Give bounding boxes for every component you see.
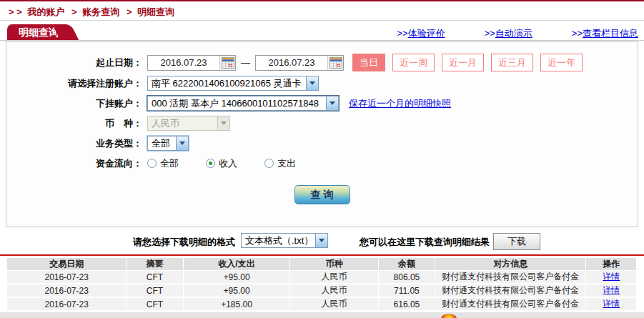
- breadcrumb-item-detail-query[interactable]: 明细查询: [137, 6, 174, 17]
- start-date-input[interactable]: 2016.07.23: [147, 55, 236, 71]
- radio-icon[interactable]: [147, 159, 157, 168]
- calendar-icon[interactable]: [219, 56, 235, 70]
- table-row: 2016-07-23 CFT +95.00 人民币 806.05 财付通支付科技…: [7, 271, 637, 284]
- chevron-down-icon[interactable]: [176, 136, 188, 150]
- end-date-value[interactable]: 2016.07.23: [256, 57, 327, 68]
- cell-currency: 人民币: [290, 284, 378, 298]
- col-header-action: 操作: [586, 258, 637, 271]
- query-button[interactable]: 查 询: [294, 185, 350, 204]
- quick-range-month-button[interactable]: 近一月: [442, 54, 484, 71]
- col-header-summary: 摘要: [127, 258, 183, 271]
- top-red-line: [0, 0, 644, 1]
- cell-amount: +95.00: [184, 271, 291, 284]
- date-range-dash: —: [241, 57, 250, 68]
- download-format-label: 请您选择下载明细的格式: [133, 236, 235, 249]
- cell-amount: +185.00: [184, 298, 291, 312]
- col-header-counterparty: 对方信息: [435, 258, 586, 271]
- table-header-row: 交易日期 摘要 收入/支出 币种 余额 对方信息 操作: [7, 258, 637, 271]
- cell-balance: 806.05: [379, 271, 435, 284]
- download-button[interactable]: 下载: [493, 233, 540, 250]
- flow-radio-income[interactable]: 收入: [206, 157, 237, 170]
- cell-counterparty: 财付通支付科技有限公司客户备付金: [435, 298, 586, 312]
- cell-date: 2016-07-23: [7, 284, 127, 298]
- breadcrumb-item-account-query[interactable]: 账务查询: [82, 6, 119, 17]
- table-top-red-line: [0, 254, 644, 256]
- download-hint: 您可以在这里下载查询明细结果: [360, 236, 490, 249]
- save-snapshot-link[interactable]: 保存近一个月的明细快照: [349, 97, 451, 110]
- radio-icon[interactable]: [206, 159, 215, 168]
- business-type-value: 全部: [148, 137, 176, 150]
- cell-amount: +95.00: [184, 284, 291, 298]
- breadcrumb-separator: >: [127, 6, 132, 17]
- calendar-icon[interactable]: [327, 56, 343, 70]
- currency-label: 币 种：: [6, 117, 142, 130]
- quick-range-week-button[interactable]: 近一周: [392, 54, 435, 71]
- chevron-down-icon[interactable]: [326, 96, 338, 110]
- cell-date: 2016-07-23: [7, 271, 127, 284]
- currency-select: 人民币: [147, 116, 230, 131]
- detail-link[interactable]: 详情: [603, 299, 620, 309]
- date-range-row: 起止日期： 2016.07.23: [6, 54, 638, 71]
- detail-query-page: > > 我的账户 > 账务查询 > 明细查询 明细查询 >>体验评价 >>自动演…: [0, 0, 644, 318]
- cell-date: 2016-07-23: [7, 298, 127, 312]
- detail-link[interactable]: 详情: [603, 272, 620, 282]
- end-date-input[interactable]: 2016.07.23: [255, 55, 344, 71]
- business-type-select[interactable]: 全部: [147, 136, 189, 151]
- quick-range-year-button[interactable]: 近一年: [540, 54, 583, 71]
- start-date-value[interactable]: 2016.07.23: [148, 57, 219, 68]
- breadcrumb-separator: >: [71, 6, 77, 17]
- breadcrumb-prefix: > >: [9, 6, 22, 17]
- fund-flow-row: 资金流向： 全部 收入 支出: [6, 155, 638, 172]
- col-header-balance: 余额: [379, 258, 435, 271]
- quick-range-today-button[interactable]: 当日: [352, 54, 385, 71]
- register-account-row: 请选择注册账户： 南平 6222001406100921065 灵通卡: [6, 75, 638, 91]
- sub-account-select[interactable]: 000 活期 基本户 1406600101102571848: [147, 96, 339, 111]
- cell-currency: 人民币: [290, 298, 378, 312]
- flow-radio-all[interactable]: 全部: [147, 157, 179, 170]
- fund-flow-label: 资金流向：: [6, 157, 142, 170]
- currency-value: 人民币: [148, 117, 217, 130]
- header-links: >>体验评价 >>自动演示 >>查看栏目信息: [0, 27, 638, 40]
- sub-account-value: 000 活期 基本户 1406600101102571848: [148, 97, 326, 110]
- currency-row: 币 种： 人民币: [6, 115, 638, 131]
- link-view-column-info[interactable]: >>查看栏目信息: [572, 27, 638, 40]
- cell-summary: CFT: [127, 298, 183, 312]
- query-button-row: 查 询: [6, 185, 638, 204]
- radio-icon[interactable]: [264, 159, 274, 168]
- sub-account-row: 下挂账户： 000 活期 基本户 1406600101102571848 保存近…: [6, 95, 638, 111]
- table-row: 2016-07-23 CFT +95.00 人民币 711.05 财付通支付科技…: [7, 284, 637, 298]
- chevron-down-icon: [217, 116, 229, 130]
- business-type-label: 业务类型：: [6, 137, 142, 150]
- date-range-label: 起止日期：: [6, 56, 142, 69]
- divider: [0, 40, 644, 41]
- col-header-currency: 币种: [290, 258, 378, 271]
- cell-counterparty: 财付通支付科技有限公司客户备付金: [435, 271, 586, 284]
- flow-radio-expense[interactable]: 支出: [264, 157, 296, 170]
- detail-link[interactable]: 详情: [603, 285, 620, 295]
- download-format-value: 文本格式（.txt）: [242, 234, 315, 247]
- cell-balance: 711.05: [379, 284, 435, 298]
- download-row: 请您选择下载明细的格式 文本格式（.txt） 您可以在这里下载查询明细结果 下载: [0, 233, 644, 250]
- divider: [0, 20, 644, 21]
- cell-summary: CFT: [127, 284, 183, 298]
- cell-counterparty: 财付通支付科技有限公司客户备付金: [435, 284, 586, 298]
- col-header-amount: 收入/支出: [184, 258, 291, 271]
- business-type-row: 业务类型： 全部: [6, 135, 638, 151]
- query-form-panel: 起止日期： 2016.07.23: [6, 41, 638, 227]
- breadcrumb-item-my-account[interactable]: 我的账户: [27, 6, 64, 17]
- table-row: 2016-07-23 CFT +185.00 人民币 616.05 财付通支付科…: [7, 298, 637, 312]
- chevron-down-icon[interactable]: [306, 76, 318, 90]
- breadcrumb: > > 我的账户 > 账务查询 > 明细查询: [9, 6, 177, 19]
- download-format-select[interactable]: 文本格式（.txt）: [241, 233, 328, 248]
- quick-range-3months-button[interactable]: 近三月: [491, 54, 533, 71]
- cell-currency: 人民币: [290, 271, 378, 284]
- chevron-down-icon[interactable]: [315, 234, 327, 247]
- register-account-label: 请选择注册账户：: [6, 77, 142, 90]
- transactions-table: 交易日期 摘要 收入/支出 币种 余额 对方信息 操作 2016-07-23 C…: [7, 258, 637, 312]
- sub-account-label: 下挂账户：: [6, 97, 142, 110]
- register-account-select[interactable]: 南平 6222001406100921065 灵通卡: [147, 76, 319, 91]
- link-experience-rating[interactable]: >>体验评价: [397, 27, 445, 40]
- link-auto-demo[interactable]: >>自动演示: [485, 27, 532, 40]
- cell-summary: CFT: [127, 271, 183, 284]
- col-header-date: 交易日期: [7, 258, 127, 271]
